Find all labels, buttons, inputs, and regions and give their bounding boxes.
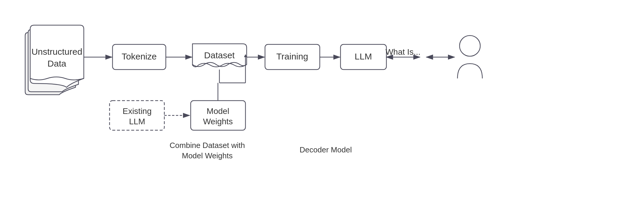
diagram-container: Unstructured Data Tokenize Dataset <box>0 0 644 211</box>
unstructured-data-label: Unstructured <box>31 47 82 57</box>
tokenize-label: Tokenize <box>122 51 157 61</box>
llm-label: LLM <box>355 51 372 61</box>
combine-label-line2: Model Weights <box>182 151 233 160</box>
what-is-label: What Is... <box>386 47 420 57</box>
llm-node: LLM <box>341 44 386 70</box>
unstructured-data-label2: Data <box>47 59 66 68</box>
tokenize-node: Tokenize <box>113 44 166 70</box>
existing-llm-label2: LLM <box>129 117 145 126</box>
existing-llm-label1: Existing <box>123 107 152 116</box>
dataset-label: Dataset <box>204 50 235 60</box>
training-node: Training <box>265 44 320 70</box>
model-weights-label1: Model <box>207 107 229 116</box>
unstructured-data-node: Unstructured Data <box>25 25 84 95</box>
combine-label-line1: Combine Dataset with <box>170 141 245 150</box>
model-weights-node: Model Weights <box>191 101 245 130</box>
decoder-model-label: Decoder Model <box>300 145 352 154</box>
svg-point-9 <box>460 36 480 56</box>
model-weights-label2: Weights <box>203 117 233 126</box>
dataset-node: Dataset <box>192 44 247 67</box>
training-label: Training <box>276 51 308 61</box>
existing-llm-node: Existing LLM <box>110 101 164 130</box>
user-icon <box>457 36 482 78</box>
